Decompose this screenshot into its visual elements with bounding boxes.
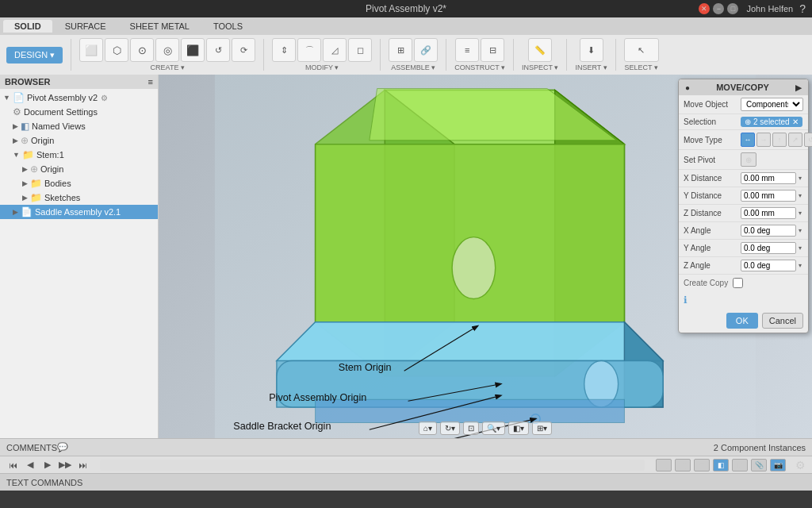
comments-icon[interactable]: 💬: [57, 442, 68, 452]
timeline-end-btn[interactable]: ⏭: [76, 459, 89, 471]
inspect-measure-btn[interactable]: 📏: [528, 38, 552, 62]
insert-insert-btn[interactable]: ⬇: [580, 38, 603, 62]
minimize-button[interactable]: −: [713, 3, 724, 14]
main-area: BROWSER ≡ ▼ 📄 Pivot Assembly v2 ⚙ ⚙ Docu…: [0, 75, 812, 438]
modify-shell-btn[interactable]: ◻: [348, 38, 372, 62]
z-distance-arrow[interactable]: ▾: [799, 210, 802, 217]
clear-selection-icon[interactable]: ✕: [792, 117, 799, 126]
ok-button[interactable]: OK: [726, 313, 758, 329]
create-copy-label: Create Copy: [684, 279, 728, 287]
create-torus-btn[interactable]: ◎: [155, 38, 179, 62]
close-button[interactable]: ✕: [699, 3, 710, 14]
move-type-rotate-btn[interactable]: ↺: [804, 133, 812, 147]
x-angle-arrow[interactable]: ▾: [799, 227, 802, 234]
timeline-start-btn[interactable]: ⏮: [6, 459, 19, 471]
settings-icon[interactable]: ⚙: [795, 459, 806, 471]
create-copy-checkbox[interactable]: [733, 278, 743, 288]
set-pivot-label: Set Pivot: [684, 156, 737, 164]
separator-3: [380, 39, 381, 71]
create-cylinder-btn[interactable]: ⬡: [105, 38, 128, 62]
timeline-icon-1[interactable]: ▣: [656, 459, 672, 471]
create-extrude-btn[interactable]: ⬛: [181, 38, 205, 62]
grid-btn[interactable]: ⊞▾: [532, 421, 552, 435]
x-distance-input[interactable]: [741, 172, 796, 184]
tree-item-saddle-assembly[interactable]: ▶ 📄 Saddle Assembly v2.1: [0, 205, 158, 219]
timeline-icon-7[interactable]: 📷: [770, 459, 786, 471]
z-angle-input[interactable]: [741, 260, 796, 271]
tree-item-stem[interactable]: ▼ 📁 Stem:1: [0, 148, 158, 162]
tab-sheet-metal[interactable]: SHEET METAL: [119, 20, 201, 33]
z-distance-input[interactable]: [741, 207, 796, 219]
separator-2: [263, 39, 264, 71]
zoom-btn[interactable]: 🔍▾: [482, 421, 505, 435]
svg-text:Stem Origin: Stem Origin: [339, 362, 392, 373]
create-sphere-btn[interactable]: ⊙: [130, 38, 154, 62]
viewport[interactable]: Stem Origin Pivot Assembly Origin Saddle…: [159, 75, 812, 438]
timeline-prev-btn[interactable]: ◀: [24, 459, 36, 471]
tree-item-pivot-assembly[interactable]: ▼ 📄 Pivot Assembly v2 ⚙: [0, 90, 158, 105]
timeline-icon-4[interactable]: ◧: [713, 459, 729, 471]
create-more-btn[interactable]: ⟳: [232, 38, 255, 62]
browser-title: BROWSER: [5, 77, 50, 87]
panel-expand-icon[interactable]: ▶: [795, 83, 802, 92]
create-box-btn[interactable]: ⬜: [79, 38, 103, 62]
z-angle-row: Z Angle ▾: [679, 257, 808, 275]
construct-offset-plane-btn[interactable]: ≡: [455, 38, 479, 62]
fit-btn[interactable]: ⊡: [463, 421, 479, 435]
design-dropdown[interactable]: DESIGN ▾: [6, 47, 63, 64]
move-object-select[interactable]: Components Bodies Faces: [741, 98, 803, 111]
move-type-free-btn[interactable]: ↔: [741, 133, 755, 147]
home-view-btn[interactable]: ⌂▾: [419, 421, 437, 435]
timeline-icon-3[interactable]: ⊟: [694, 459, 710, 471]
timeline-track[interactable]: [100, 460, 645, 471]
timeline-next-btn[interactable]: ▶▶: [59, 459, 71, 471]
tab-surface[interactable]: SURFACE: [54, 20, 117, 33]
cancel-button[interactable]: Cancel: [762, 313, 803, 329]
help-icon[interactable]: ?: [799, 2, 806, 15]
tree-item-sketches[interactable]: ▶ 📁 Sketches: [0, 190, 158, 205]
move-type-along-x-btn[interactable]: →: [756, 133, 771, 147]
move-type-along-y-btn[interactable]: ↑: [772, 133, 787, 147]
y-angle-input[interactable]: [741, 242, 796, 254]
modify-chamfer-btn[interactable]: ◿: [323, 38, 347, 62]
tree-label-bodies: Bodies: [44, 179, 71, 188]
timeline-icon-2[interactable]: ◨: [675, 459, 691, 471]
timeline-icon-6[interactable]: 📎: [751, 459, 767, 471]
user-name: John Helfen: [746, 4, 793, 13]
tree-item-named-views[interactable]: ▶ ◧ Named Views: [0, 119, 158, 133]
set-pivot-btn[interactable]: ⊕: [741, 152, 756, 167]
tree-item-stem-origin[interactable]: ▶ ⊕ Origin: [0, 162, 158, 176]
assemble-joint-btn[interactable]: 🔗: [414, 38, 438, 62]
z-angle-arrow[interactable]: ▾: [799, 262, 802, 269]
tree-label-named-views: Named Views: [32, 121, 86, 131]
timeline-icons: ▣ ◨ ⊟ ◧ ⬡ 📎 📷 ⚙: [656, 459, 806, 471]
browser-toggle-icon[interactable]: ≡: [148, 77, 153, 87]
modify-fillet-btn[interactable]: ⌒: [297, 38, 321, 62]
move-type-along-z-btn[interactable]: ↗: [788, 133, 802, 147]
orbit-btn[interactable]: ↻▾: [440, 421, 460, 435]
timeline-icon-5[interactable]: ⬡: [732, 459, 748, 471]
maximize-button[interactable]: □: [727, 3, 738, 14]
tree-item-origin[interactable]: ▶ ⊕ Origin: [0, 133, 158, 148]
x-distance-arrow[interactable]: ▾: [799, 175, 802, 182]
assemble-new-comp-btn[interactable]: ⊞: [389, 38, 412, 62]
component-instances-status: 2 Component Instances: [714, 443, 806, 452]
modify-label: MODIFY ▾: [305, 64, 339, 71]
modify-press-pull-btn[interactable]: ⇕: [272, 38, 296, 62]
tab-tools[interactable]: TOOLS: [202, 20, 254, 33]
tab-solid[interactable]: SOLID: [3, 20, 52, 33]
tab-row: SOLID SURFACE SHEET METAL TOOLS: [0, 17, 812, 35]
construct-midplane-btn[interactable]: ⊟: [481, 38, 504, 62]
create-revolve-btn[interactable]: ↺: [206, 38, 230, 62]
y-distance-input[interactable]: [741, 190, 796, 202]
x-angle-label: X Angle: [684, 226, 737, 235]
timeline-play-btn[interactable]: ▶: [41, 459, 54, 471]
window-controls[interactable]: ✕ − □ John Helfen ?: [699, 2, 812, 15]
y-distance-arrow[interactable]: ▾: [799, 192, 802, 199]
select-btn[interactable]: ↖: [624, 38, 659, 62]
display-mode-btn[interactable]: ◧▾: [508, 421, 529, 435]
tree-item-bodies[interactable]: ▶ 📁 Bodies: [0, 176, 158, 190]
tree-item-doc-settings[interactable]: ⚙ Document Settings: [0, 105, 158, 119]
y-angle-arrow[interactable]: ▾: [799, 244, 802, 252]
x-angle-input[interactable]: [741, 225, 796, 237]
